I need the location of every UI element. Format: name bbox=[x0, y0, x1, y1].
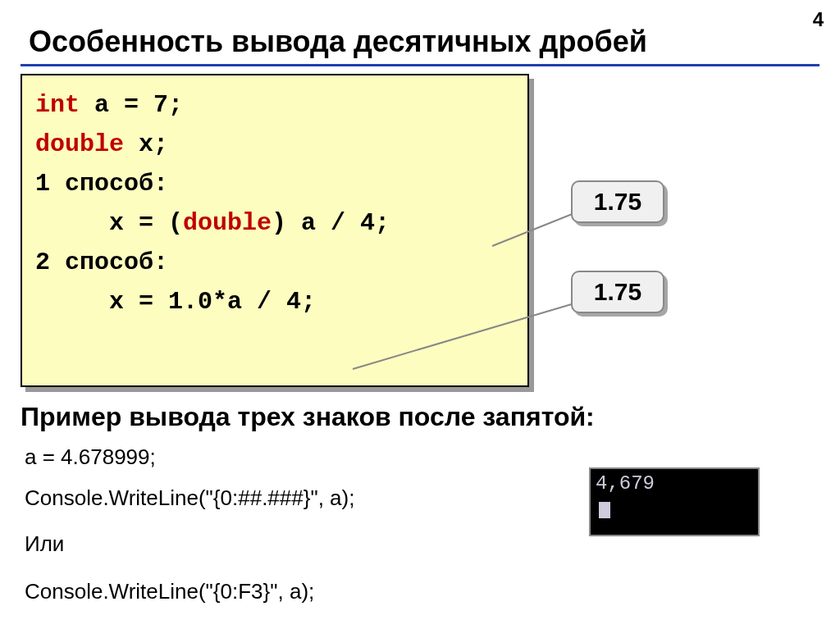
cursor-icon bbox=[599, 502, 610, 518]
code-text: x = 1.0*a / 4; bbox=[109, 288, 316, 316]
subtitle: Пример вывода трех знаков после запятой: bbox=[21, 402, 595, 432]
code-text: ) a / 4; bbox=[272, 209, 390, 237]
code-line-6: x = 1.0*a / 4; bbox=[35, 282, 514, 321]
slide-title: Особенность вывода десятичных дробей bbox=[29, 25, 647, 59]
code-line-4: x = (double) a / 4; bbox=[35, 203, 514, 243]
code-text: x = ( bbox=[109, 209, 183, 237]
keyword-int: int bbox=[35, 91, 80, 119]
title-underline bbox=[21, 64, 819, 66]
result-callout-1: 1.75 bbox=[571, 180, 664, 223]
code-line-2: double x; bbox=[35, 125, 514, 164]
console-output-box: 4,679 bbox=[589, 467, 760, 536]
keyword-double: double bbox=[35, 130, 124, 158]
code-line-3: 1 способ: bbox=[35, 164, 514, 203]
example-line-2: Console.WriteLine("{0:##.###}", a); bbox=[25, 485, 354, 511]
code-line-1: int a = 7; bbox=[35, 85, 514, 125]
example-line-1: a = 4.678999; bbox=[25, 444, 156, 470]
code-text: x; bbox=[124, 130, 168, 158]
code-line-5: 2 способ: bbox=[35, 243, 514, 282]
result-callout-2: 1.75 bbox=[571, 271, 664, 313]
console-value: 4,679 bbox=[596, 472, 655, 495]
example-line-3: Или bbox=[25, 531, 64, 557]
page-number: 4 bbox=[813, 8, 824, 31]
example-line-4: Console.WriteLine("{0:F3}", a); bbox=[25, 579, 314, 604]
code-box: int a = 7; double x; 1 способ: x = (doub… bbox=[21, 74, 529, 387]
keyword-double: double bbox=[183, 209, 272, 237]
code-text: a = 7; bbox=[80, 91, 183, 119]
console-text: 4,679 bbox=[591, 469, 758, 520]
